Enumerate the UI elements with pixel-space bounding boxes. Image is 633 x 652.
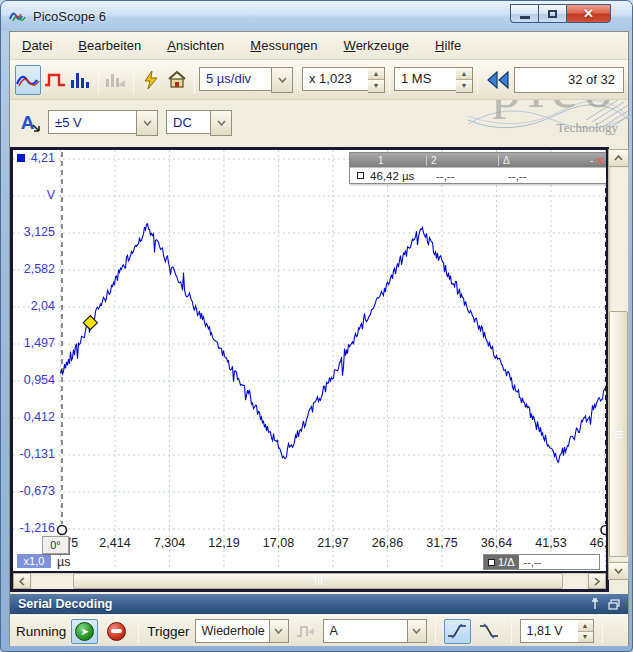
vertical-scrollbar[interactable]	[608, 149, 629, 580]
horizontal-scrollbar[interactable]	[13, 571, 606, 589]
client-area: DateiBearbeitenAnsichtenMessungenWerkzeu…	[9, 31, 629, 646]
statusbar-separator	[138, 619, 139, 643]
start-capture-button[interactable]: ➤	[71, 619, 98, 644]
sample-count-spin-buttons[interactable]: ▲▼	[456, 67, 473, 93]
spin-up-icon[interactable]: ▲	[578, 620, 593, 632]
scroll-left-button[interactable]	[13, 573, 31, 589]
y-axis-tick-label: 1,497	[13, 336, 55, 350]
range-value[interactable]: ±5 V	[48, 110, 136, 134]
stop-capture-button[interactable]	[103, 619, 130, 644]
inverse-delta-value: --,--	[519, 555, 599, 569]
chevron-up-icon	[614, 155, 623, 161]
menu-item-bearbeiten[interactable]: Bearbeiten	[78, 38, 141, 53]
menu-item-werkzeuge[interactable]: Werkzeuge	[344, 38, 410, 53]
spectrum-bars-icon	[70, 71, 92, 89]
capture-state-label: Running	[16, 624, 66, 639]
close-button[interactable]: ✕	[566, 4, 611, 23]
scroll-down-button[interactable]	[608, 562, 629, 580]
phase-ruler-badge[interactable]: 0°	[42, 536, 69, 554]
spectrum-view-button[interactable]	[69, 65, 93, 95]
toolbar-separator	[194, 66, 195, 94]
chevron-right-icon	[594, 577, 600, 586]
y-axis-tick-label: 4,21	[13, 151, 55, 165]
scroll-grip-icon	[315, 577, 322, 585]
trigger-source-combo[interactable]: A	[323, 619, 427, 643]
serial-decoding-panel-header[interactable]: Serial Decoding	[10, 594, 628, 614]
legend-row: 46,42 µs --,-- --,--	[350, 167, 606, 183]
trigger-level-value[interactable]: 1,81 V	[520, 619, 578, 643]
horizontal-scroll-track[interactable]	[31, 573, 588, 589]
trigger-level-spin-buttons[interactable]: ▲▼	[578, 619, 594, 643]
spin-down-icon[interactable]: ▼	[368, 80, 384, 92]
menu-item-ansichten[interactable]: Ansichten	[167, 38, 224, 53]
chevron-down-icon	[614, 568, 623, 574]
menu-bar: DateiBearbeitenAnsichtenMessungenWerkzeu…	[10, 32, 628, 60]
channel-a-button[interactable]: A	[15, 107, 47, 139]
trigger-mode-dropdown-button[interactable]	[269, 619, 289, 643]
legend-col-delta: Δ	[498, 155, 587, 166]
home-settings-button[interactable]	[165, 65, 189, 95]
vertical-scroll-track[interactable]	[608, 167, 629, 562]
spin-up-icon[interactable]: ▲	[368, 68, 384, 81]
rising-edge-button[interactable]	[444, 619, 471, 644]
chevron-left-icon	[19, 577, 25, 586]
pin-icon[interactable]	[590, 598, 600, 610]
coupling-dropdown-button[interactable]	[210, 110, 232, 136]
advanced-trigger-icon-disabled	[296, 623, 316, 639]
picoscope-window: PicoScope 6 ✕ DateiBearbeitenAnsichtenMe…	[0, 0, 633, 652]
scope-display[interactable]: x1,0 0° 1/Δ --,-- 1 2 Δ - x	[10, 147, 609, 592]
trigger-mode-combo[interactable]: Wiederhole	[195, 619, 289, 643]
home-icon	[167, 70, 187, 89]
falling-edge-button[interactable]	[476, 619, 503, 644]
buffer-position[interactable]: 32 of 32	[514, 67, 624, 93]
timebase-dropdown-button[interactable]	[271, 67, 293, 93]
sample-count-value[interactable]: 1 MS	[394, 67, 456, 91]
maximize-icon	[548, 10, 557, 18]
timebase-value[interactable]: 5 µs/div	[199, 67, 271, 91]
minimize-button[interactable]	[510, 4, 538, 23]
horizontal-scroll-thumb[interactable]	[73, 573, 563, 589]
auto-setup-button[interactable]	[139, 65, 163, 95]
inverse-delta-label: 1/Δ	[498, 556, 515, 568]
maximize-button[interactable]	[538, 4, 566, 23]
ruler-legend[interactable]: 1 2 Δ - x 46,42 µs --,-- --,--	[349, 152, 606, 184]
scroll-right-button[interactable]	[588, 573, 606, 589]
buffer-rewind-icon[interactable]	[486, 70, 510, 90]
trigger-level-spinner[interactable]: 1,81 V ▲▼	[520, 619, 594, 643]
legend-close-icon[interactable]: x	[596, 155, 606, 166]
vertical-scroll-thumb[interactable]	[609, 311, 628, 557]
zoom-factor-spin-buttons[interactable]: ▲▼	[368, 67, 385, 93]
spin-down-icon[interactable]: ▼	[456, 80, 472, 92]
zoom-factor-value[interactable]: x 1,023	[302, 67, 368, 91]
range-dropdown-button[interactable]	[136, 110, 158, 136]
trigger-source-dropdown-button[interactable]	[407, 619, 427, 643]
spin-down-icon[interactable]: ▼	[578, 632, 593, 643]
menu-item-hilfe[interactable]: Hilfe	[435, 38, 461, 53]
timebase-combo[interactable]: 5 µs/div	[199, 67, 293, 93]
trigger-source-value[interactable]: A	[323, 619, 407, 643]
minimize-icon	[520, 16, 530, 19]
legend-row-checkbox[interactable]	[357, 172, 364, 179]
title-bar[interactable]: PicoScope 6 ✕	[1, 1, 633, 31]
scroll-up-button[interactable]	[608, 149, 629, 167]
inverse-delta-box[interactable]: 1/Δ --,--	[483, 554, 600, 570]
scope-view-button[interactable]	[15, 65, 41, 95]
channel-arrow-icon	[32, 124, 41, 133]
sample-count-spinner[interactable]: 1 MS ▲▼	[394, 67, 473, 93]
inverse-delta-checkbox[interactable]	[488, 559, 495, 566]
coupling-value[interactable]: DC	[166, 110, 210, 134]
coupling-combo[interactable]: DC	[166, 110, 232, 136]
toolbar-separator	[133, 66, 134, 94]
legend-minimize-icon[interactable]: -	[587, 155, 596, 166]
range-combo[interactable]: ±5 V	[48, 110, 158, 136]
chevron-down-icon	[278, 77, 287, 83]
menu-item-messungen[interactable]: Messungen	[250, 38, 317, 53]
spin-up-icon[interactable]: ▲	[456, 68, 472, 81]
signal-square-button[interactable]	[43, 65, 67, 95]
zoom-factor-spinner[interactable]: x 1,023 ▲▼	[302, 67, 385, 93]
trigger-mode-value[interactable]: Wiederhole	[195, 619, 269, 643]
float-window-icon[interactable]	[608, 599, 620, 610]
menu-item-datei[interactable]: Datei	[22, 38, 52, 53]
waveform-plot[interactable]: x1,0 0° 1/Δ --,-- 1 2 Δ - x	[13, 150, 606, 570]
x-axis-tick-label: 7,304	[146, 536, 194, 550]
